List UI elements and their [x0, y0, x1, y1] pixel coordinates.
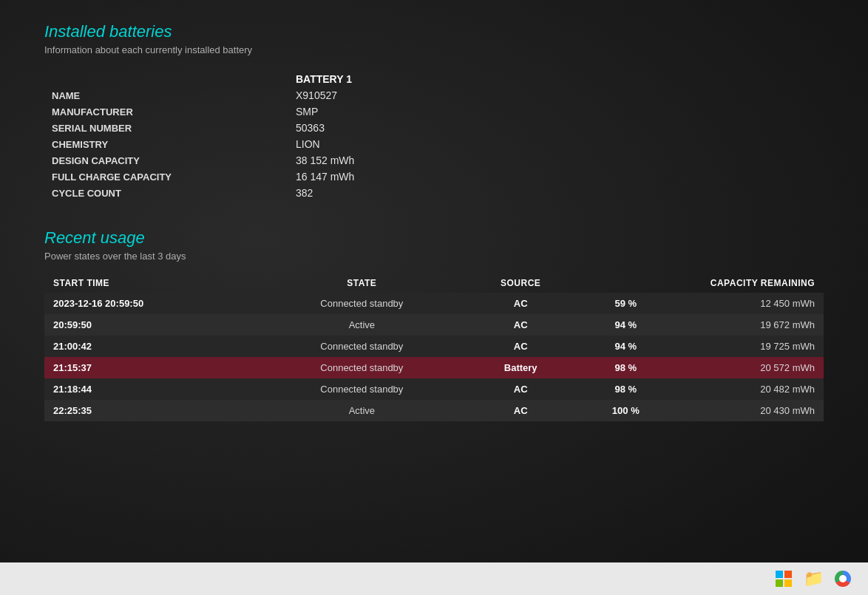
col-header-state: STATE: [261, 273, 463, 293]
windows-icon: [776, 571, 792, 587]
cell-start-time: 21:00:42: [44, 336, 261, 357]
folder-icon-container[interactable]: 📁: [803, 568, 824, 589]
cell-state: Connected standby: [261, 336, 463, 357]
col-header-capacity-remaining: CAPACITY REMAINING: [579, 273, 824, 293]
usage-table-body: 2023-12-16 20:59:50Connected standbyAC59…: [44, 293, 824, 421]
windows-icon-container[interactable]: [773, 568, 794, 589]
cell-capacity: 19 672 mWh: [673, 314, 824, 336]
battery-row-design-capacity: DESIGN CAPACITY 38 152 mWh: [44, 154, 824, 166]
chrome-icon: [835, 571, 851, 587]
cell-percent: 100 %: [579, 400, 673, 421]
battery-row-full-charge-capacity: FULL CHARGE CAPACITY 16 147 mWh: [44, 171, 824, 183]
cell-state: Active: [261, 400, 463, 421]
installed-batteries-section: Installed batteries Information about ea…: [44, 22, 824, 199]
cell-percent: 94 %: [579, 314, 673, 336]
value-cycle-count: 382: [296, 187, 313, 199]
cell-state: Connected standby: [261, 293, 463, 314]
value-name: X910527: [296, 89, 337, 101]
installed-batteries-subtitle: Information about each currently install…: [44, 44, 824, 55]
cell-source: AC: [463, 336, 579, 357]
win-blue-tile: [776, 571, 783, 578]
main-content: Installed batteries Information about ea…: [0, 0, 868, 443]
folder-icon: 📁: [804, 569, 824, 588]
battery-row-cycle-count: CYCLE COUNT 382: [44, 187, 824, 199]
usage-table-row: 21:15:37Connected standbyBattery98 %20 5…: [44, 357, 824, 378]
label-chemistry: CHEMISTRY: [44, 139, 296, 150]
cell-state: Connected standby: [261, 357, 463, 378]
cell-capacity: 20 430 mWh: [673, 400, 824, 421]
cell-capacity: 12 450 mWh: [673, 293, 824, 314]
label-manufacturer: MANUFACTURER: [44, 106, 296, 118]
cell-source: AC: [463, 400, 579, 421]
battery-column-header: BATTERY 1: [296, 73, 352, 85]
win-red-tile: [784, 571, 792, 578]
battery-row-serial: SERIAL NUMBER 50363: [44, 122, 824, 134]
label-cycle-count: CYCLE COUNT: [44, 188, 296, 199]
cell-state: Connected standby: [261, 378, 463, 400]
cell-state: Active: [261, 314, 463, 336]
cell-percent: 98 %: [579, 357, 673, 378]
value-manufacturer: SMP: [296, 106, 318, 118]
cell-start-time: 21:18:44: [44, 378, 261, 400]
cell-start-time: 20:59:50: [44, 314, 261, 336]
recent-usage-subtitle: Power states over the last 3 days: [44, 251, 824, 262]
cell-percent: 98 %: [579, 378, 673, 400]
value-chemistry: LION: [296, 138, 320, 150]
cell-start-time: 21:15:37: [44, 357, 261, 378]
col-header-source: SOURCE: [463, 273, 579, 293]
cell-capacity: 20 482 mWh: [673, 378, 824, 400]
installed-batteries-title: Installed batteries: [44, 22, 824, 41]
cell-capacity: 20 572 mWh: [673, 357, 824, 378]
battery-row-manufacturer: MANUFACTURER SMP: [44, 106, 824, 118]
label-design-capacity: DESIGN CAPACITY: [44, 155, 296, 166]
value-serial: 50363: [296, 122, 325, 134]
usage-table-row: 20:59:50ActiveAC94 %19 672 mWh: [44, 314, 824, 336]
usage-table: START TIME STATE SOURCE CAPACITY REMAINI…: [44, 273, 824, 421]
usage-table-row: 2023-12-16 20:59:50Connected standbyAC59…: [44, 293, 824, 314]
cell-source: AC: [463, 378, 579, 400]
value-full-charge-capacity: 16 147 mWh: [296, 171, 354, 183]
battery-row-name: NAME X910527: [44, 89, 824, 101]
usage-table-header-row: START TIME STATE SOURCE CAPACITY REMAINI…: [44, 273, 824, 293]
taskbar: 📁: [0, 562, 868, 595]
win-green-tile: [776, 579, 783, 587]
label-name: NAME: [44, 90, 296, 101]
battery-label-spacer: [44, 73, 296, 85]
cell-source: Battery: [463, 357, 579, 378]
value-design-capacity: 38 152 mWh: [296, 154, 354, 166]
recent-usage-title: Recent usage: [44, 228, 824, 248]
usage-table-row: 21:18:44Connected standbyAC98 %20 482 mW…: [44, 378, 824, 400]
col-header-start-time: START TIME: [44, 273, 261, 293]
cell-start-time: 2023-12-16 20:59:50: [44, 293, 261, 314]
usage-table-row: 22:25:35ActiveAC100 %20 430 mWh: [44, 400, 824, 421]
win-yellow-tile: [784, 579, 792, 587]
recent-usage-section: Recent usage Power states over the last …: [44, 228, 824, 421]
chrome-icon-container[interactable]: [833, 568, 853, 589]
cell-percent: 59 %: [579, 293, 673, 314]
label-full-charge-capacity: FULL CHARGE CAPACITY: [44, 171, 296, 183]
battery-header-row: BATTERY 1: [44, 73, 824, 85]
cell-capacity: 19 725 mWh: [673, 336, 824, 357]
cell-source: AC: [463, 293, 579, 314]
cell-percent: 94 %: [579, 336, 673, 357]
label-serial: SERIAL NUMBER: [44, 123, 296, 134]
cell-source: AC: [463, 314, 579, 336]
cell-start-time: 22:25:35: [44, 400, 261, 421]
battery-table: BATTERY 1 NAME X910527 MANUFACTURER SMP …: [44, 73, 824, 199]
battery-row-chemistry: CHEMISTRY LION: [44, 138, 824, 150]
usage-table-row: 21:00:42Connected standbyAC94 %19 725 mW…: [44, 336, 824, 357]
